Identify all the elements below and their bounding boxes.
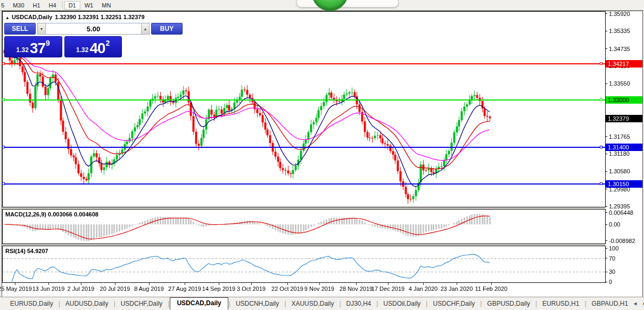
line-price-label: 1.31400 — [606, 144, 642, 151]
date-axis-tick — [185, 283, 185, 285]
date-axis-tick — [81, 283, 81, 285]
tab-usdchf-daily[interactable]: USDCHF,Daily — [428, 298, 480, 309]
date-axis-tick — [15, 283, 15, 285]
timeframe-button-5[interactable]: 5 — [0, 1, 9, 10]
buy-price-prefix: 1.32 — [76, 46, 88, 54]
current-price-label: 1.32379 — [606, 115, 642, 122]
date-axis-tick — [287, 283, 288, 285]
timeframe-button-w1[interactable]: W1 — [80, 1, 98, 10]
price-axis-tick: 1.31765 — [605, 133, 630, 140]
rsi-axis-tick: 30 — [605, 269, 615, 275]
date-axis-tick — [115, 283, 115, 285]
volume-input[interactable] — [46, 23, 141, 34]
chart-title-ohlc: 1.32390 1.32391 1.32251 1.32379 — [55, 14, 144, 20]
price-axis-tick: 1.31180 — [605, 150, 630, 157]
sell-price-box[interactable]: 1.32379 — [4, 36, 62, 57]
horizontal-line-1.30150[interactable] — [3, 183, 605, 185]
date-axis-label: 2 Jul 2019 — [68, 286, 95, 292]
rsi-axis-tick: 70 — [605, 255, 615, 262]
mt4-terminal: 5M30H1H4D1W1MN ▲USDCAD,Daily1.32390 1.32… — [0, 0, 644, 310]
tab-gbpaud-h1[interactable]: GBPAUD,H1 — [587, 298, 633, 309]
tab-usdchf-daily[interactable]: USDCHF,Daily — [116, 298, 168, 309]
tab-xauusd-daily[interactable]: XAUUSD,Daily — [286, 298, 338, 309]
horizontal-line-1.31400[interactable] — [3, 147, 605, 148]
tab-eurusd-daily[interactable]: EURUSD,Daily — [5, 298, 58, 309]
sell-price-prefix: 1.32 — [16, 46, 29, 54]
tab-separator: | — [339, 300, 341, 307]
buy-price-sup: 2 — [106, 39, 110, 47]
timeframe-button-mn[interactable]: MN — [97, 1, 115, 10]
tab-separator: | — [229, 300, 230, 307]
sell-button[interactable]: SELL — [4, 23, 36, 35]
tab-gbpusd-daily[interactable]: GBPUSD,Daily — [482, 298, 535, 309]
tab-separator: | — [535, 300, 537, 307]
line-handle-right[interactable] — [600, 146, 602, 148]
line-handle-right[interactable] — [600, 62, 602, 65]
date-axis-label: 13 Jun 2019 — [32, 286, 65, 292]
tab-audusd-daily[interactable]: AUDUSD,Daily — [61, 298, 113, 309]
price-axis-tick: 1.33550 — [605, 80, 630, 87]
volume-decrease-button[interactable]: ▼ — [38, 23, 46, 34]
date-axis-label: 4 Jan 2020 — [409, 286, 437, 292]
date-axis-label: 17 Dec 2019 — [371, 286, 404, 292]
macd-axis-tick: 0.006448 — [605, 210, 633, 216]
date-axis-label: 27 Aug 2019 — [168, 286, 201, 292]
line-handle-left[interactable] — [2, 146, 5, 148]
sell-price-sup: 9 — [46, 39, 50, 47]
collapse-arrow-icon[interactable]: ▲ — [5, 15, 10, 20]
tab-separator: | — [480, 300, 482, 307]
macd-indicator-label: MACD(12,26,9) 0.003066 0.004608 — [5, 211, 98, 217]
volume-increase-button[interactable]: ▲ — [141, 23, 149, 34]
macd-axis-tick: 0.00 — [605, 221, 620, 228]
date-axis-tick — [356, 283, 357, 285]
date-axis-label: 20 Jul 2019 — [100, 286, 130, 292]
timeframe-button-h1[interactable]: H1 — [29, 1, 45, 10]
line-handle-left[interactable] — [2, 182, 5, 185]
date-axis-tick — [48, 283, 49, 285]
tab-dj30-h4[interactable]: DJ30,H4 — [342, 298, 376, 309]
buy-price-box[interactable]: 1.32402 — [64, 36, 122, 57]
chart-tab-bar: EURUSD,Daily|AUDUSD,Daily|USDCHF,Daily|U… — [0, 297, 644, 310]
tab-separator: | — [584, 300, 586, 307]
line-handle-left[interactable] — [2, 98, 5, 101]
tab-separator: | — [376, 300, 378, 307]
tab-separator: | — [426, 300, 427, 307]
volume-stepper: ▼ ▲ — [37, 23, 150, 35]
horizontal-line-1.33000[interactable] — [3, 99, 605, 100]
date-axis-label: 9 Nov 2019 — [304, 286, 334, 292]
date-axis-label: 25 May 2019 — [0, 286, 32, 292]
line-handle-right[interactable] — [600, 182, 602, 185]
date-axis-tick — [149, 283, 150, 285]
date-axis-tick — [319, 283, 320, 285]
tab-eurusd-h1[interactable]: EURUSD,H1 — [538, 298, 584, 309]
timeframe-button-d1[interactable]: D1 — [64, 1, 80, 10]
rsi-axis-tick: 0 — [605, 279, 612, 285]
date-axis-label: 8 Aug 2019 — [134, 286, 164, 292]
tab-scroll-left-icon[interactable]: ◄ — [633, 301, 638, 306]
price-axis-tick: 1.30580 — [605, 168, 630, 174]
line-handle-right[interactable] — [600, 98, 602, 101]
date-axis-tick — [423, 283, 424, 285]
toolbar-separator — [62, 2, 63, 9]
timeframe-button-h4[interactable]: H4 — [45, 1, 61, 10]
buy-button[interactable]: BUY — [151, 23, 183, 35]
price-axis-tick: 1.35920 — [605, 11, 630, 17]
price-axis-tick: 1.29395 — [605, 203, 630, 210]
tab-usdcad-daily[interactable]: USDCAD,Daily — [170, 297, 228, 309]
tab-usdcnh-daily[interactable]: USDCNH,Daily — [231, 298, 284, 309]
timeframe-button-m30[interactable]: M30 — [9, 1, 28, 10]
tab-usdoil-daily[interactable]: USDOil,Daily — [378, 298, 425, 309]
date-axis-tick — [219, 283, 219, 285]
one-click-trading-panel: SELL ▼ ▲ BUY 1.32379 1.32402 — [4, 23, 122, 57]
buy-price-big: 40 — [89, 41, 105, 55]
date-axis-label: 23 Jan 2020 — [441, 286, 473, 292]
tab-separator: | — [284, 300, 286, 307]
date-axis-label: 28 Nov 2019 — [340, 286, 373, 292]
line-price-label: 1.34217 — [606, 60, 642, 68]
chart-title-symbol: USDCAD,Daily — [12, 14, 52, 20]
horizontal-line-1.34217[interactable] — [3, 63, 605, 64]
tab-separator: | — [168, 300, 169, 307]
date-axis-tick — [388, 283, 389, 285]
line-handle-left[interactable] — [2, 62, 5, 65]
line-price-label: 1.30150 — [606, 180, 642, 188]
